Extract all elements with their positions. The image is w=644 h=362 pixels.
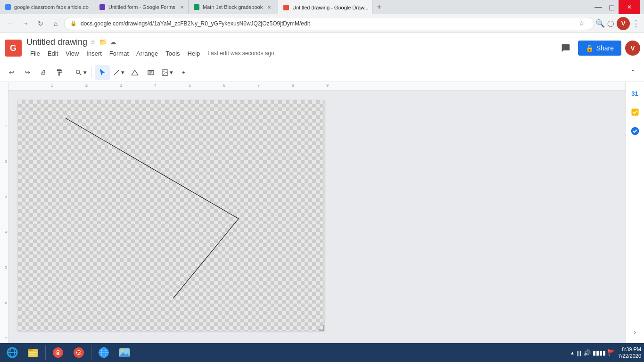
folder-icon[interactable]: 📁 — [99, 38, 107, 46]
taskbar-chevron-icon[interactable]: ▲ — [570, 350, 575, 355]
taskbar-volume-icon[interactable]: 🔊 — [583, 349, 591, 356]
zoom-control[interactable]: ▾ — [73, 65, 89, 80]
ruler-left-mark-3: 3 — [0, 195, 8, 199]
menu-bar: File Edit View Insert Format Arrange Too… — [26, 48, 557, 59]
ruler-left-mark-7: 7 — [0, 337, 8, 340]
textbox-tool[interactable] — [143, 65, 158, 80]
comment-icon — [561, 43, 570, 53]
select-tool[interactable] — [95, 65, 110, 80]
undo-button[interactable]: ↩ — [4, 65, 19, 80]
refresh-button[interactable]: ↻ — [34, 17, 47, 30]
ruler-left-marks: 1 2 3 4 5 6 7 — [0, 82, 8, 343]
star-icon[interactable]: ☆ — [90, 38, 96, 46]
textbox-icon — [147, 69, 155, 76]
taskbar-chrome-v[interactable]: V — [69, 344, 88, 361]
app-title-area: Untitled drawing ☆ 📁 ☁ File Edit View In… — [26, 37, 557, 59]
taskbar-files[interactable] — [24, 344, 42, 361]
menu-arrange[interactable]: Arrange — [132, 48, 162, 59]
canvas-resize-handle[interactable] — [319, 325, 324, 331]
image-button[interactable]: ▾ — [159, 65, 175, 80]
browser-frame: google classroom faqs article.do ✕ Untit… — [0, 0, 644, 362]
ruler-left-mark-4: 4 — [0, 230, 8, 234]
taskbar-sep-2 — [91, 346, 91, 360]
tab4-favicon — [283, 4, 289, 11]
line-tool[interactable]: ▾ — [111, 65, 126, 80]
address-input[interactable]: 🔒 docs.google.com/drawings/d/1aYaM_zcFB2… — [64, 17, 594, 30]
back-button[interactable]: ← — [4, 17, 17, 30]
ruler-left-mark-1: 1 — [0, 124, 8, 128]
ruler-top-3: 3 — [120, 83, 122, 88]
drawing-canvas[interactable] — [8, 90, 625, 343]
app-logo: G — [4, 39, 23, 58]
svg-text:R: R — [57, 351, 59, 355]
svg-point-33 — [121, 350, 124, 353]
ruler-top-5: 5 — [189, 83, 191, 88]
svg-rect-16 — [29, 352, 37, 353]
forward-button[interactable]: → — [19, 17, 32, 30]
taskbar-clock[interactable]: 8:39 PM 7/22/2020 — [618, 346, 641, 360]
tab-drawings[interactable]: Untitled drawing - Google Draw... ✕ — [278, 0, 372, 14]
paint-format-button[interactable] — [52, 65, 67, 80]
redo-button[interactable]: ↪ — [20, 65, 35, 80]
tab4-label: Untitled drawing - Google Draw... — [292, 5, 368, 10]
menu-format[interactable]: Format — [106, 48, 132, 59]
files-icon — [27, 346, 39, 359]
menu-edit[interactable]: Edit — [44, 48, 62, 59]
comments-button[interactable] — [557, 40, 574, 57]
taskbar-ie[interactable] — [3, 344, 22, 361]
tab3-close[interactable]: ✕ — [265, 3, 273, 11]
menu-view[interactable]: View — [62, 48, 83, 59]
svg-text:V: V — [77, 351, 80, 355]
tab-classroom[interactable]: google classroom faqs article.do ✕ — [0, 0, 94, 14]
new-tab-button[interactable]: + — [372, 0, 386, 14]
image-dropdown-icon: ▾ — [170, 69, 173, 76]
share-lock-icon: 🔒 — [586, 44, 594, 52]
menu-help[interactable]: Help — [184, 48, 204, 59]
taskbar-date-value: 7/22/2020 — [618, 353, 641, 359]
taskbar-globe[interactable] — [94, 344, 113, 361]
favicon-google — [5, 4, 11, 10]
canvas-area[interactable]: 1 2 3 4 5 6 7 8 9 — [8, 82, 625, 343]
ruler-top-8: 8 — [292, 83, 294, 88]
canvas-paper[interactable] — [18, 100, 324, 331]
tasks-icon[interactable] — [627, 105, 643, 120]
extension-icon[interactable]: ◯ — [606, 19, 615, 28]
menu-file[interactable]: File — [26, 48, 44, 59]
tab-forms[interactable]: Untitled form - Google Forms ✕ — [94, 0, 189, 14]
ruler-top-4: 4 — [154, 83, 157, 88]
more-tools-button[interactable]: + — [176, 65, 191, 80]
minimize-button[interactable]: — — [592, 3, 605, 11]
menu-icon[interactable]: ⋮ — [632, 19, 640, 28]
bookmark-icon[interactable]: ☆ — [578, 19, 586, 28]
toolbar-separator-2 — [91, 67, 92, 78]
print-button[interactable]: 🖨 — [36, 65, 51, 80]
taskbar-flag-icon: 🚩 — [608, 349, 615, 356]
close-button[interactable]: ✕ — [619, 0, 640, 14]
share-button[interactable]: 🔒 Share — [578, 41, 621, 56]
menu-insert[interactable]: Insert — [83, 48, 106, 59]
tab1-label: google classroom faqs article.do — [14, 4, 89, 10]
calendar-icon[interactable]: 31 — [627, 86, 643, 101]
home-button[interactable]: ⌂ — [49, 17, 62, 30]
taskbar-system-icons: ▲ ||| 🔊 ▮▮▮▮ 🚩 — [570, 349, 615, 356]
shape-tool[interactable] — [127, 65, 142, 80]
restore-button[interactable]: ◻ — [606, 3, 618, 12]
user-avatar[interactable]: V — [625, 41, 640, 56]
taskbar-chrome-red[interactable]: R — [49, 344, 67, 361]
line-dropdown-icon: ▾ — [121, 69, 124, 76]
cloud-icon[interactable]: ☁ — [110, 38, 116, 46]
line-button[interactable]: ▾ — [111, 65, 126, 80]
menu-tools[interactable]: Tools — [162, 48, 183, 59]
zoom-button[interactable]: ▾ — [73, 65, 89, 80]
image-tool[interactable]: ▾ — [159, 65, 175, 80]
drawing-svg — [18, 100, 324, 331]
share-label: Share — [596, 44, 614, 52]
collapse-toolbar-button[interactable]: ⌃ — [625, 65, 640, 80]
sidebar-expand-button[interactable]: › — [627, 324, 643, 339]
tab2-close[interactable]: ✕ — [178, 3, 186, 11]
taskbar-photos[interactable] — [115, 344, 134, 361]
tab-gradebook[interactable]: Math 1st Block gradebook ✕ — [189, 0, 278, 14]
keep-icon[interactable] — [627, 123, 643, 139]
search-icon[interactable]: 🔍 — [596, 19, 604, 28]
browser-profile-avatar[interactable]: V — [617, 17, 630, 30]
